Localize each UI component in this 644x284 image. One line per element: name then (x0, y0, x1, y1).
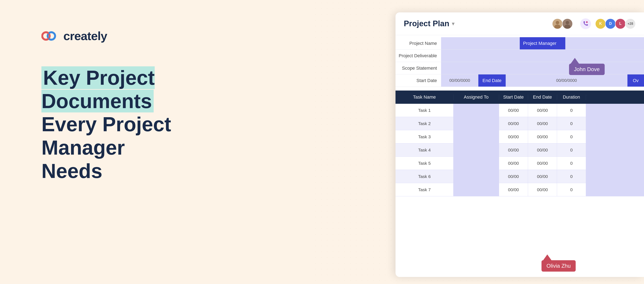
table-row[interactable]: Task 7 00/00 00/00 0 (396, 183, 644, 196)
scope-statement-label: Scope Statement (396, 62, 441, 74)
th-start-date: Start Date (499, 95, 528, 100)
svg-point-4 (42, 32, 50, 40)
td-task-name: Task 3 (396, 130, 454, 143)
project-name-value[interactable] (441, 37, 520, 49)
svg-point-8 (554, 24, 560, 29)
td-assigned-to (454, 183, 499, 196)
logo-svg-icon (42, 30, 60, 41)
avatar-l[interactable]: L (615, 18, 626, 29)
headline-line2: Every Project Manager (42, 113, 171, 159)
project-deliverable-value[interactable] (441, 50, 644, 62)
logo-rings-icon (42, 30, 60, 41)
td-assigned-to (454, 143, 499, 156)
project-manager-value[interactable] (565, 37, 644, 49)
avatar-user1-image-icon (552, 18, 562, 29)
avatar-group-photos (552, 18, 573, 29)
project-name-label: Project Name (396, 37, 441, 49)
avatar-d[interactable]: D (605, 18, 616, 29)
project-manager-label: Project Manager (520, 37, 565, 49)
table-row[interactable]: Task 6 00/00 00/00 0 (396, 170, 644, 183)
headline-line3: Needs (42, 159, 102, 182)
td-end-date: 00/00 (528, 183, 557, 196)
task-table: Task Name Assigned To Start Date End Dat… (396, 91, 644, 196)
td-extra (586, 143, 644, 156)
td-start-date: 00/00 (499, 183, 528, 196)
avatar-k-initial: K (599, 21, 602, 26)
td-duration: 0 (557, 130, 586, 143)
td-duration: 0 (557, 170, 586, 183)
td-extra (586, 130, 644, 143)
td-task-name: Task 6 (396, 170, 454, 183)
td-end-date: 00/00 (528, 143, 557, 156)
avatar-l-initial: L (619, 21, 622, 26)
td-assigned-to (454, 104, 499, 117)
avatar-user1[interactable] (552, 18, 563, 29)
td-assigned-to (454, 117, 499, 130)
td-assigned-to (454, 157, 499, 170)
table-row[interactable]: Task 2 00/00 00/00 0 (396, 117, 644, 130)
dropdown-chevron-icon[interactable]: ▾ (452, 21, 454, 27)
td-duration: 0 (557, 157, 586, 170)
td-end-date: 00/00 (528, 170, 557, 183)
app-header: Project Plan ▾ (396, 12, 644, 35)
project-deliverable-label: Project Deliverable (396, 50, 441, 62)
table-row[interactable]: Task 4 00/00 00/00 0 (396, 143, 644, 157)
td-duration: 0 (557, 104, 586, 117)
scope-statement-value[interactable] (441, 62, 644, 74)
table-header: Task Name Assigned To Start Date End Dat… (396, 91, 644, 104)
headline-area: Key Project Documents Every Project Mana… (42, 66, 218, 182)
logo-text: creately (63, 29, 107, 43)
td-start-date: 00/00 (499, 143, 528, 156)
th-duration: Duration (557, 95, 586, 100)
td-extra (586, 183, 644, 196)
td-end-date: 00/00 (528, 130, 557, 143)
creately-logo: creately (42, 29, 107, 43)
td-assigned-to (454, 130, 499, 143)
svg-point-7 (556, 21, 559, 24)
td-task-name: Task 4 (396, 143, 454, 156)
table-row[interactable]: Task 5 00/00 00/00 0 (396, 157, 644, 170)
phone-icon[interactable] (580, 18, 591, 29)
project-title-text: Project Plan (404, 19, 449, 28)
app-content: Project Name Project Manager Project Del… (396, 35, 644, 196)
info-section: Project Name Project Manager Project Del… (396, 35, 644, 89)
td-start-date: 00/00 (499, 117, 528, 130)
td-start-date: 00/00 (499, 170, 528, 183)
td-duration: 0 (557, 183, 586, 196)
over-label: Ov (628, 74, 644, 87)
td-assigned-to (454, 170, 499, 183)
start-date-label: Start Date (396, 74, 441, 87)
td-duration: 0 (557, 117, 586, 130)
end-date-value[interactable]: 00/00/0000 (506, 74, 628, 87)
avatar-k[interactable]: K (595, 18, 606, 29)
td-task-name: Task 1 (396, 104, 454, 117)
td-start-date: 00/00 (499, 104, 528, 117)
project-title-button[interactable]: Project Plan ▾ (404, 19, 454, 28)
svg-point-10 (566, 21, 569, 24)
project-name-row: Project Name Project Manager (396, 37, 644, 50)
td-task-name: Task 5 (396, 157, 454, 170)
table-row[interactable]: Task 1 00/00 00/00 0 (396, 104, 644, 117)
td-duration: 0 (557, 143, 586, 156)
th-end-date: End Date (528, 95, 557, 100)
avatar-group-initials: K D L +28 (595, 18, 636, 29)
table-body: Task 1 00/00 00/00 0 Task 2 00/00 00/00 … (396, 104, 644, 196)
end-date-label: End Date (478, 74, 506, 87)
scope-statement-row: Scope Statement (396, 62, 644, 74)
th-task-name: Task Name (396, 95, 454, 100)
avatar-extra-count: +28 (628, 22, 633, 26)
td-end-date: 00/00 (528, 157, 557, 170)
avatar-user2[interactable] (562, 18, 573, 29)
svg-point-12 (586, 21, 588, 23)
svg-point-5 (48, 32, 55, 40)
td-extra (586, 170, 644, 183)
phone-svg-icon (583, 21, 588, 27)
td-end-date: 00/00 (528, 117, 557, 130)
td-start-date: 00/00 (499, 157, 528, 170)
avatar-extra[interactable]: +28 (625, 18, 636, 29)
td-task-name: Task 7 (396, 183, 454, 196)
table-row[interactable]: Task 3 00/00 00/00 0 (396, 130, 644, 143)
avatar-user2-image-icon (562, 18, 572, 29)
svg-point-11 (564, 24, 570, 29)
start-date-value[interactable]: 00/00/0000 (441, 74, 478, 87)
